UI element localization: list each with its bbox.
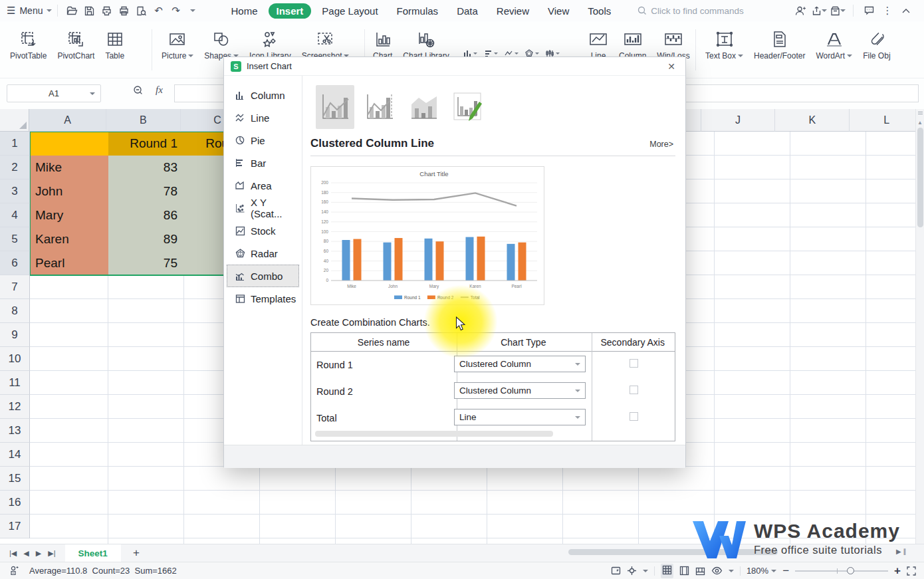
row-header-3[interactable]: 3	[0, 179, 30, 203]
share-icon[interactable]	[810, 3, 828, 18]
dialog-title-bar[interactable]: S Insert Chart ✕	[224, 57, 685, 76]
tab-formulas[interactable]: Formulas	[389, 3, 447, 19]
row-header-12[interactable]: 12	[0, 395, 30, 419]
tab-view[interactable]: View	[540, 3, 577, 19]
row-header-8[interactable]: 8	[0, 299, 30, 323]
name-box[interactable]: A1	[7, 84, 101, 102]
column-header-j[interactable]: J	[701, 109, 776, 132]
wordart-button[interactable]: WordArt	[811, 27, 857, 62]
normal-view-button[interactable]	[661, 564, 673, 578]
row-header-13[interactable]: 13	[0, 419, 30, 443]
column-header-l[interactable]: L	[850, 109, 924, 132]
reading-layout-icon[interactable]	[611, 566, 621, 576]
cell-B3[interactable]: 78	[108, 179, 184, 203]
picture-button[interactable]: Picture	[157, 27, 198, 62]
header-footer-button[interactable]: Header/Footer	[749, 27, 810, 62]
last-sheet-icon[interactable]: ▶|	[48, 549, 55, 558]
combo-table-scrollbar-thumb[interactable]	[315, 431, 553, 437]
column-header-k[interactable]: K	[775, 109, 850, 132]
chart-category-combo[interactable]: Combo	[227, 265, 299, 287]
cell-A1[interactable]	[30, 132, 108, 156]
chart-preview[interactable]: 020406080100120140160180200Chart TitleMi…	[310, 166, 544, 305]
column-header-a[interactable]: A	[29, 109, 106, 132]
variant-stacked-area-clustered-column[interactable]	[405, 85, 443, 129]
row-header-16[interactable]: 16	[0, 491, 30, 515]
file-obj-button[interactable]: File Obj	[858, 27, 895, 62]
tab-tools[interactable]: Tools	[580, 3, 619, 19]
text-box-button[interactable]: Text Box	[701, 27, 748, 62]
toolbar-more-icon[interactable]	[184, 3, 201, 18]
redo-icon[interactable]: ↷	[167, 3, 184, 18]
chart-type-select-round-1[interactable]: Clustered Column	[454, 356, 586, 372]
tab-data[interactable]: Data	[449, 3, 486, 19]
chart-category-column[interactable]: Column	[227, 84, 299, 106]
vertical-scrollbar[interactable]: ▲	[915, 109, 924, 544]
variant-clustered-column-line-secondary-axis[interactable]	[360, 85, 399, 129]
row-header-4[interactable]: 4	[0, 203, 30, 227]
pivottable-button[interactable]: PivotTable	[5, 27, 51, 62]
chart-type-select-total[interactable]: Line	[454, 409, 586, 425]
pivotchart-button[interactable]: PivotChart	[53, 27, 99, 62]
cell-A2[interactable]: Mike	[30, 156, 108, 179]
chart-category-line[interactable]: Line	[227, 106, 299, 129]
command-search[interactable]: Click to find commands	[637, 6, 744, 16]
page-layout-view-button[interactable]	[679, 566, 689, 576]
row-header-6[interactable]: 6	[0, 251, 30, 275]
cell-A6[interactable]: Pearl	[30, 251, 108, 275]
chart-category-templates[interactable]: Templates	[227, 287, 299, 310]
row-header-1[interactable]: 1	[0, 132, 30, 156]
collapse-ribbon-icon[interactable]	[897, 3, 915, 18]
row-header-17[interactable]: 17	[0, 515, 30, 538]
cell-A5[interactable]: Karen	[30, 227, 108, 251]
chart-category-bar[interactable]: Bar	[227, 152, 299, 174]
find-icon[interactable]	[132, 3, 150, 18]
comment-icon[interactable]	[860, 3, 877, 18]
row-header-14[interactable]: 14	[0, 443, 30, 467]
tag-icon[interactable]	[829, 3, 846, 18]
print-icon[interactable]	[115, 3, 132, 18]
add-sheet-button[interactable]: +	[133, 546, 140, 560]
cell-B4[interactable]: 86	[108, 203, 184, 227]
undo-icon[interactable]: ↶	[150, 3, 167, 18]
select-all-corner[interactable]	[0, 109, 29, 132]
export-icon[interactable]	[98, 3, 115, 18]
tab-home[interactable]: Home	[223, 3, 265, 19]
next-sheet-icon[interactable]: ▶	[36, 549, 41, 558]
row-header-2[interactable]: 2	[0, 156, 30, 179]
cell-B2[interactable]: 83	[108, 156, 184, 179]
open-file-icon[interactable]	[63, 3, 80, 18]
prev-sheet-icon[interactable]: ◀	[23, 549, 29, 558]
fx-icon[interactable]: fx	[156, 84, 163, 96]
more-options-icon[interactable]: ⋮	[879, 3, 896, 18]
table-button[interactable]: Table	[100, 27, 129, 62]
row-header-7[interactable]: 7	[0, 275, 30, 299]
zoom-formula-icon[interactable]	[133, 85, 144, 96]
cell-A4[interactable]: Mary	[30, 203, 108, 227]
cell-B1[interactable]: Round 1	[108, 132, 184, 156]
chart-category-xyscat[interactable]: X Y (Scat...	[227, 197, 299, 219]
chart-type-select-round-2[interactable]: Clustered Column	[454, 382, 586, 399]
chart-category-radar[interactable]: Radar	[227, 242, 299, 265]
row-header-9[interactable]: 9	[0, 323, 30, 347]
first-sheet-icon[interactable]: |◀	[9, 549, 17, 558]
chart-category-area[interactable]: Area	[227, 174, 299, 197]
close-icon[interactable]: ✕	[664, 61, 679, 72]
row-header-5[interactable]: 5	[0, 227, 30, 251]
cell-B6[interactable]: 75	[108, 251, 184, 275]
highlight-cross-icon[interactable]	[627, 566, 637, 576]
tab-page-layout[interactable]: Page Layout	[314, 3, 386, 19]
invite-user-icon[interactable]	[792, 3, 809, 18]
sheet-tab-sheet1[interactable]: Sheet1	[65, 544, 121, 562]
variant-custom-combination[interactable]	[449, 85, 488, 129]
tab-review[interactable]: Review	[489, 3, 537, 19]
save-icon[interactable]	[80, 3, 98, 18]
chart-category-pie[interactable]: Pie	[227, 129, 299, 152]
more-link[interactable]: More>	[649, 140, 673, 149]
row-header-15[interactable]: 15	[0, 467, 30, 491]
menu-button[interactable]: ☰ Menu	[0, 5, 52, 17]
chart-category-stock[interactable]: Stock	[227, 219, 299, 242]
row-header-11[interactable]: 11	[0, 371, 30, 395]
cell-B5[interactable]: 89	[108, 227, 184, 251]
secondary-axis-checkbox-round-1[interactable]	[630, 359, 638, 368]
column-header-b[interactable]: B	[106, 109, 181, 132]
